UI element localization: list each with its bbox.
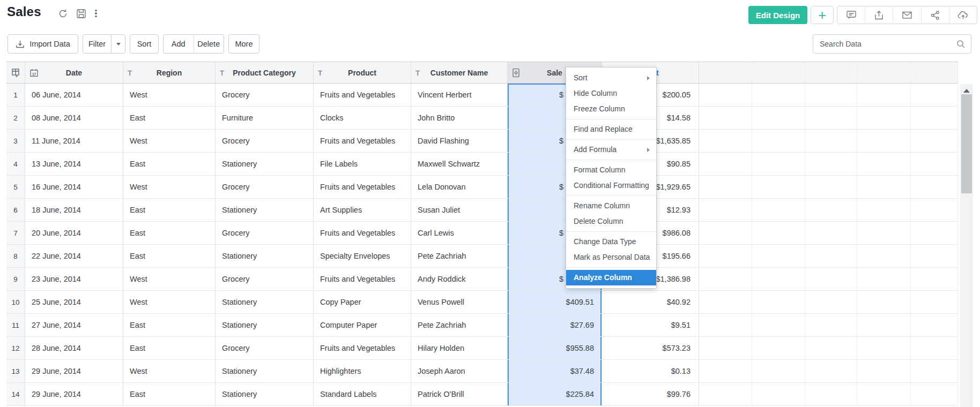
row-number[interactable]: 13: [6, 360, 25, 382]
refresh-icon[interactable]: [57, 7, 69, 19]
cell-product-category[interactable]: Stationery: [216, 153, 314, 175]
cell-empty[interactable]: [857, 337, 911, 359]
cell-date[interactable]: 29 June, 2014: [25, 383, 123, 405]
cell-region[interactable]: East: [123, 222, 216, 244]
cell-region[interactable]: East: [123, 383, 216, 405]
cell-empty[interactable]: [805, 314, 857, 336]
cell-empty[interactable]: [699, 107, 752, 129]
cell-product[interactable]: Clocks: [314, 107, 411, 129]
column-header-product-category[interactable]: T Product Category: [216, 62, 314, 83]
cell-customer-name[interactable]: Venus Powell: [411, 291, 508, 313]
cell-empty[interactable]: [699, 291, 752, 313]
cell-product-category[interactable]: Stationery: [216, 291, 314, 313]
export-icon[interactable]: [865, 6, 893, 24]
cell-date[interactable]: 29 June, 2014: [25, 360, 123, 382]
cell-customer-name[interactable]: John Britto: [411, 107, 508, 129]
search-input[interactable]: [820, 35, 954, 53]
cell-empty[interactable]: [805, 153, 857, 175]
cell-product-category[interactable]: Grocery: [216, 84, 314, 106]
cell-empty[interactable]: [699, 268, 752, 290]
cell-product[interactable]: Standard Labels: [314, 383, 411, 405]
cell-date[interactable]: 08 June, 2014: [25, 107, 123, 129]
cell-empty[interactable]: [752, 107, 805, 129]
cell-empty[interactable]: [699, 222, 752, 244]
cell-empty[interactable]: [752, 176, 805, 198]
cell-customer-name[interactable]: Hilary Holden: [411, 337, 508, 359]
add-new-button[interactable]: +: [811, 6, 834, 24]
cell-product-category[interactable]: Grocery: [216, 337, 314, 359]
cell-empty[interactable]: [752, 245, 805, 267]
cell-product[interactable]: Fruits and Vegetables: [314, 268, 411, 290]
cell-empty[interactable]: [857, 314, 911, 336]
cell-empty[interactable]: [699, 383, 752, 405]
row-number[interactable]: 14: [6, 383, 25, 405]
menu-item-hide-column[interactable]: Hide Column: [566, 86, 656, 101]
cell-date[interactable]: 06 June, 2014: [25, 84, 123, 106]
more-button[interactable]: More: [228, 34, 259, 54]
cell-empty[interactable]: [752, 130, 805, 152]
cell-sale-selected[interactable]: $37.48: [508, 360, 602, 382]
column-header-empty[interactable]: [911, 62, 958, 83]
cell-customer-name[interactable]: Vincent Herbert: [411, 84, 508, 106]
cell-product-category[interactable]: Grocery: [216, 130, 314, 152]
cell-date[interactable]: 16 June, 2014: [25, 176, 123, 198]
cell-region[interactable]: West: [123, 291, 216, 313]
cell-empty[interactable]: [752, 337, 805, 359]
kebab-menu-icon[interactable]: [92, 7, 100, 19]
row-number[interactable]: 1: [6, 84, 25, 106]
cell-region[interactable]: West: [123, 360, 216, 382]
delete-button[interactable]: Delete: [194, 35, 224, 53]
cell-empty[interactable]: [699, 176, 752, 198]
cell-empty[interactable]: [857, 245, 911, 267]
menu-item-sort[interactable]: Sort: [566, 70, 656, 86]
row-number[interactable]: 7: [6, 222, 25, 244]
scroll-up-arrow-icon[interactable]: [963, 89, 970, 93]
cell-date[interactable]: 22 June, 2014: [25, 245, 123, 267]
cell-empty[interactable]: [911, 268, 958, 290]
column-header-region[interactable]: T Region: [123, 62, 216, 83]
cell-empty[interactable]: [805, 291, 857, 313]
cell-product[interactable]: Fruits and Vegetables: [314, 222, 411, 244]
cell-region[interactable]: East: [123, 314, 216, 336]
cell-empty[interactable]: [699, 153, 752, 175]
cell-customer-name[interactable]: Andy Roddick: [411, 268, 508, 290]
row-number[interactable]: 4: [6, 153, 25, 175]
cell-sale-selected[interactable]: $955.88: [508, 337, 602, 359]
cell-empty[interactable]: [699, 314, 752, 336]
column-header-empty[interactable]: [699, 62, 752, 83]
cell-product[interactable]: Computer Paper: [314, 314, 411, 336]
cell-date[interactable]: 25 June, 2014: [25, 291, 123, 313]
cell-empty[interactable]: [911, 383, 958, 405]
column-header-select-all[interactable]: [6, 62, 25, 83]
cell-empty[interactable]: [699, 84, 752, 106]
cell-cost[interactable]: $40.92: [602, 291, 699, 313]
cell-region[interactable]: West: [123, 176, 216, 198]
cell-empty[interactable]: [752, 383, 805, 405]
cell-empty[interactable]: [857, 153, 911, 175]
cell-customer-name[interactable]: Lela Donovan: [411, 176, 508, 198]
cell-empty[interactable]: [805, 245, 857, 267]
cell-empty[interactable]: [805, 176, 857, 198]
menu-item-conditional-formatting[interactable]: Conditional Formatting: [566, 178, 656, 193]
filter-button[interactable]: Filter: [83, 35, 111, 53]
share-icon[interactable]: [921, 6, 949, 24]
menu-item-rename-column[interactable]: Rename Column: [566, 198, 656, 214]
scrollbar-thumb[interactable]: [961, 94, 972, 193]
cell-product-category[interactable]: Grocery: [216, 268, 314, 290]
row-number[interactable]: 10: [6, 291, 25, 313]
cell-empty[interactable]: [857, 291, 911, 313]
save-icon[interactable]: [75, 7, 87, 19]
cell-product-category[interactable]: Furniture: [216, 107, 314, 129]
cell-date[interactable]: 27 June, 2014: [25, 314, 123, 336]
cell-sale-selected[interactable]: $225.84: [508, 383, 602, 405]
menu-item-format-column[interactable]: Format Column: [566, 162, 656, 178]
cell-region[interactable]: East: [123, 337, 216, 359]
cell-empty[interactable]: [911, 337, 958, 359]
cell-empty[interactable]: [857, 107, 911, 129]
row-number[interactable]: 11: [6, 314, 25, 336]
cell-empty[interactable]: [857, 199, 911, 221]
cell-customer-name[interactable]: Susan Juliet: [411, 199, 508, 221]
cell-empty[interactable]: [857, 360, 911, 382]
cell-empty[interactable]: [911, 153, 958, 175]
cell-date[interactable]: 23 June, 2014: [25, 268, 123, 290]
